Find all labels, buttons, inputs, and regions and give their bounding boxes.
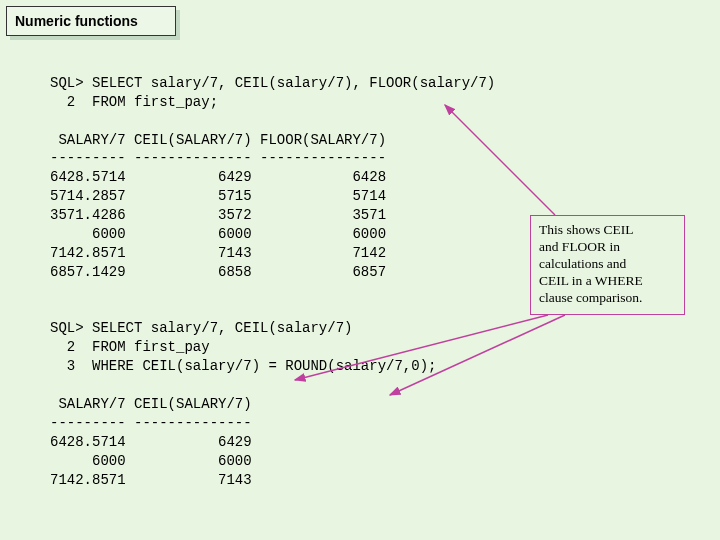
sql2-line3: 3 WHERE CEIL(salary/7) = ROUND(salary/7,… xyxy=(50,358,436,374)
result1-dashes: --------- -------------- --------------- xyxy=(50,150,386,166)
note-l1: This shows CEIL xyxy=(539,222,634,237)
result1-header: SALARY/7 CEIL(SALARY/7) FLOOR(SALARY/7) xyxy=(50,132,386,148)
result1-row1: 5714.2857 5715 5714 xyxy=(50,188,386,204)
result1-row0: 6428.5714 6429 6428 xyxy=(50,169,386,185)
sql1-line1: SQL> SELECT salary/7, CEIL(salary/7), FL… xyxy=(50,75,495,91)
note-l2: and FLOOR in xyxy=(539,239,620,254)
title-container: Numeric functions xyxy=(6,6,176,36)
note-l5: clause comparison. xyxy=(539,290,642,305)
result2-header: SALARY/7 CEIL(SALARY/7) xyxy=(50,396,252,412)
result1-row3: 6000 6000 6000 xyxy=(50,226,386,242)
result2-row1: 6000 6000 xyxy=(50,453,252,469)
result1-row2: 3571.4286 3572 3571 xyxy=(50,207,386,223)
sql2-line2: 2 FROM first_pay xyxy=(50,339,210,355)
title-box: Numeric functions xyxy=(6,6,176,36)
note-l4: CEIL in a WHERE xyxy=(539,273,643,288)
result1-row5: 6857.1429 6858 6857 xyxy=(50,264,386,280)
sql2-line1: SQL> SELECT salary/7, CEIL(salary/7) xyxy=(50,320,352,336)
note-l3: calculations and xyxy=(539,256,626,271)
result1-row4: 7142.8571 7143 7142 xyxy=(50,245,386,261)
result2-row2: 7142.8571 7143 xyxy=(50,472,252,488)
result2-row0: 6428.5714 6429 xyxy=(50,434,252,450)
note-callout: This shows CEIL and FLOOR in calculation… xyxy=(530,215,685,315)
code-block: SQL> SELECT salary/7, CEIL(salary/7), FL… xyxy=(50,55,495,489)
title-text: Numeric functions xyxy=(15,12,138,31)
sql1-line2: 2 FROM first_pay; xyxy=(50,94,218,110)
result2-dashes: --------- -------------- xyxy=(50,415,252,431)
